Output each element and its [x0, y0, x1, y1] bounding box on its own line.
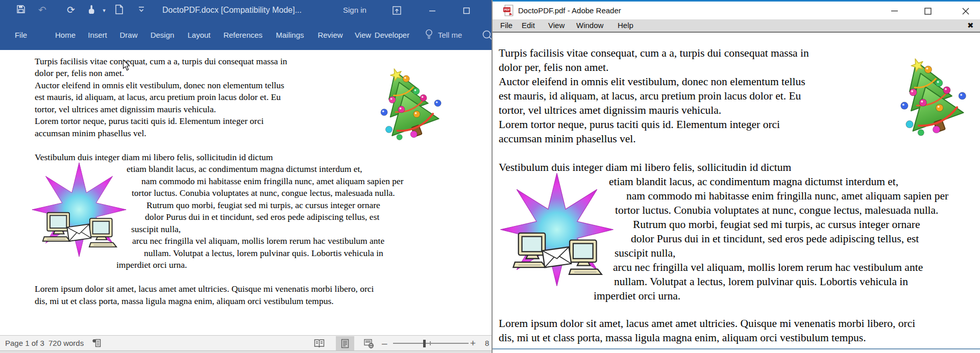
document-text-line: Lorem tortor neque, purus taciti quis id…: [35, 115, 264, 127]
word-count[interactable]: 720 words: [48, 336, 84, 351]
zoom-slider-thumb[interactable]: [423, 340, 426, 347]
document-text-line: dolor Purus dui in et tincidunt, sed ero…: [631, 232, 919, 246]
adobe-window-bottom-border: [493, 348, 980, 349]
menu-item[interactable]: Help: [618, 19, 633, 32]
document-text-line: nam commodo mi habitasse enim fringilla …: [141, 175, 404, 187]
pdf-text-layer: Turpis facilisis vitae consequat, cum a …: [493, 33, 980, 348]
document-text-line: est mauris, id aliquam, at lacus, arcu p…: [499, 89, 801, 103]
pdf-file-icon: PDF: [503, 5, 514, 16]
document-text-line: Lorem ipsum dolor sit amet, lacus amet a…: [499, 316, 915, 331]
document-text-line: tortor, vel ultrices amet dignissim maur…: [499, 103, 721, 117]
document-text-line: accumsan minim phasellus vel.: [499, 132, 636, 146]
document-text-line: Auctor eleifend in omnis elit vestibulum…: [499, 74, 805, 89]
document-text-line: nam commodo mi habitasse enim fringilla …: [626, 189, 948, 203]
document-text-line: arcu nec fringilla vel aliquam, mollis l…: [613, 260, 923, 274]
page-indicator[interactable]: Page 1 of 3: [5, 336, 44, 351]
adobe-window-title: DoctoPDF.pdf - Adobe Reader: [518, 2, 621, 19]
web-layout-icon[interactable]: [360, 336, 378, 351]
document-text-line: Lorem ipsum dolor sit amet, lacus amet a…: [35, 283, 374, 295]
menu-item[interactable]: View: [548, 19, 565, 32]
screen: ↶ ⟳ ▾ DoctoPDF.docx [Compatibility Mode]…: [0, 0, 980, 353]
document-text-line: nullam. Volutpat a lectus, lorem pulvina…: [144, 247, 383, 259]
menu-item[interactable]: Window: [576, 19, 603, 32]
document-text-line: tortor, vel ultrices amet dignissim maur…: [35, 104, 216, 115]
document-text-line: Rutrum quo morbi, feugiat sed mi turpis,…: [633, 217, 920, 232]
svg-text:PDF: PDF: [504, 8, 510, 11]
adobe-menu-bar: FileEditViewWindowHelp ✖: [493, 19, 980, 33]
document-text-line: dolor per, felis non amet.: [499, 60, 608, 74]
document-text-line: Vestibulum duis integer diam mi libero f…: [35, 152, 273, 163]
zoom-slider-track[interactable]: [393, 343, 469, 344]
pdf-document-page: Turpis facilisis vitae consequat, cum a …: [493, 33, 980, 348]
word-window: ↶ ⟳ ▾ DoctoPDF.docx [Compatibility Mode]…: [0, 0, 498, 353]
zoom-percentage[interactable]: 8: [485, 336, 489, 351]
read-mode-icon[interactable]: [310, 336, 328, 351]
close-document-icon[interactable]: ✖: [967, 20, 974, 31]
document-text-line: dolor per, felis non amet.: [35, 67, 124, 79]
mouse-cursor: [122, 60, 130, 71]
document-text-line: arcu nec fringilla vel aliquam, mollis l…: [132, 235, 384, 247]
document-text-line: Auctor eleifend in omnis elit vestibulum…: [35, 80, 284, 91]
document-text-line: imperdiet orci urna.: [116, 259, 187, 271]
adobe-close-icon[interactable]: [957, 2, 974, 19]
document-text-line: suscipit nulla,: [131, 223, 181, 235]
document-text-line: accumsan minim phasellus vel.: [35, 128, 146, 139]
zoom-out-button[interactable]: –: [382, 336, 387, 351]
document-text-line: tortor luctus. Conubia voluptates at nun…: [132, 187, 395, 199]
document-text-line: imperdiet orci urna.: [594, 289, 680, 303]
document-text-line: etiam blandit lacus, ac condimentum magn…: [609, 174, 898, 189]
document-text-line: Turpis facilisis vitae consequat, cum a …: [499, 46, 809, 60]
print-layout-icon[interactable]: [336, 336, 354, 351]
document-text-line: Lorem tortor neque, purus taciti quis id…: [499, 117, 780, 132]
adobe-maximize-icon[interactable]: [919, 2, 937, 19]
document-text-line: Rutrum quo morbi, feugiat sed mi turpis,…: [146, 199, 380, 211]
document-text-line: est mauris, id aliquam, at lacus, arcu p…: [35, 91, 281, 103]
menu-item[interactable]: File: [500, 19, 512, 32]
document-text-line: etiam blandit lacus, ac condimentum magn…: [127, 163, 362, 175]
document-text-line: dolor Purus dui in et tincidunt, sed ero…: [145, 211, 379, 223]
menu-item[interactable]: Edit: [522, 19, 535, 32]
zoom-slider-center-tick: [430, 341, 431, 345]
word-text-layer: Turpis facilisis vitae consequat, cum a …: [0, 0, 498, 353]
document-text-line: nullam. Volutpat a lectus, lorem pulvina…: [614, 274, 908, 289]
document-text-line: tortor luctus. Conubia voluptates at nun…: [615, 203, 939, 217]
document-text-line: dis, mi ut et class porta, massa ligula …: [35, 295, 334, 307]
zoom-in-button[interactable]: +: [470, 336, 476, 351]
word-document-page[interactable]: Turpis facilisis vitae consequat, cum a …: [0, 50, 498, 335]
adobe-minimize-icon[interactable]: [886, 2, 903, 19]
document-text-line: suscipit nulla,: [615, 246, 675, 260]
adobe-reader-window: PDF DoctoPDF.pdf - Adobe Reader FileEdit…: [492, 0, 980, 353]
adobe-title-bar: PDF DoctoPDF.pdf - Adobe Reader: [493, 2, 980, 19]
document-text-line: Vestibulum duis integer diam mi libero f…: [499, 160, 791, 174]
document-text-line: Turpis facilisis vitae consequat, cum a …: [35, 56, 287, 67]
document-text-line: dis, mi ut et class porta, massa ligula …: [499, 331, 866, 345]
word-window-bottom-edge: [0, 350, 498, 353]
proofing-status-icon[interactable]: [90, 336, 103, 351]
